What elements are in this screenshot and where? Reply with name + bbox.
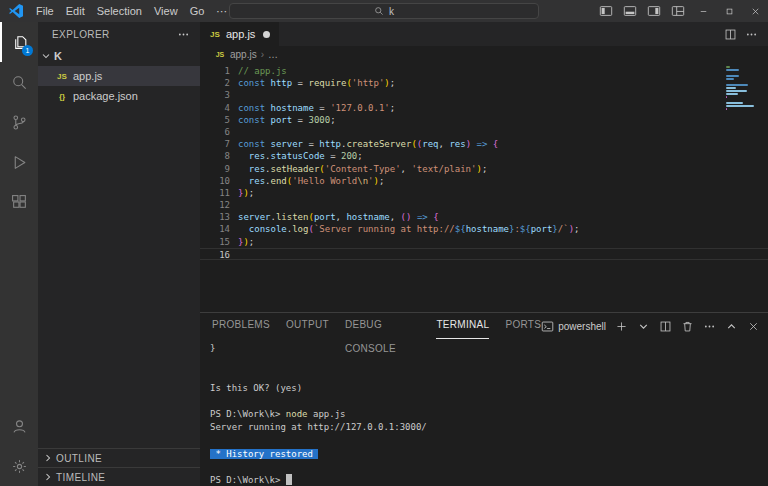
code-line[interactable]: 9 res.setHeader('Content-Type', 'text/pl… bbox=[200, 163, 768, 175]
code-editor[interactable]: 1// app.js2const http = require('http');… bbox=[200, 62, 768, 312]
terminal-line: } bbox=[210, 342, 768, 355]
activity-extensions[interactable] bbox=[0, 182, 38, 222]
search-icon bbox=[374, 6, 384, 16]
line-text: server.listen(port, hostname, () => { bbox=[238, 211, 439, 223]
code-line[interactable]: 2const http = require('http'); bbox=[200, 77, 768, 89]
terminal-line bbox=[210, 395, 768, 408]
terminal[interactable]: }Is this OK? (yes)PS D:\Work\k> node app… bbox=[200, 339, 768, 486]
menu-selection[interactable]: Selection bbox=[91, 0, 148, 22]
search-icon bbox=[11, 74, 28, 91]
file-label: app.js bbox=[73, 70, 102, 82]
menu-edit[interactable]: Edit bbox=[60, 0, 91, 22]
kill-terminal-icon[interactable] bbox=[681, 320, 694, 333]
editor-more-actions-icon[interactable] bbox=[745, 28, 758, 41]
maximize-button[interactable] bbox=[716, 0, 742, 22]
bottom-panel: PROBLEMS OUTPUT DEBUG CONSOLE TERMINAL P… bbox=[200, 312, 768, 486]
new-terminal-icon[interactable] bbox=[615, 320, 628, 333]
code-line[interactable]: 6 bbox=[200, 126, 768, 138]
line-text: res.statusCode = 200; bbox=[238, 150, 363, 162]
menu-file[interactable]: File bbox=[30, 0, 60, 22]
maximize-panel-icon[interactable] bbox=[725, 320, 738, 333]
chevron-down-icon bbox=[40, 50, 52, 62]
activity-explorer[interactable]: 1 bbox=[0, 22, 38, 62]
run-debug-icon bbox=[11, 154, 28, 171]
chevron-right-icon bbox=[42, 452, 54, 464]
line-text: }); bbox=[238, 236, 254, 248]
activity-source-control[interactable] bbox=[0, 102, 38, 142]
explorer-badge: 1 bbox=[22, 45, 33, 56]
line-number: 13 bbox=[200, 211, 230, 223]
tab-appjs[interactable]: JS app.js bbox=[200, 22, 279, 46]
line-number: 1 bbox=[200, 65, 230, 77]
code-line[interactable]: 1// app.js bbox=[200, 65, 768, 77]
activity-search[interactable] bbox=[0, 62, 38, 102]
code-line[interactable]: 12 bbox=[200, 199, 768, 211]
command-center-search[interactable]: k bbox=[229, 3, 539, 19]
tab-label: app.js bbox=[226, 28, 255, 40]
code-line[interactable]: 10 res.end('Hello World\n'); bbox=[200, 175, 768, 187]
terminal-icon bbox=[541, 320, 554, 333]
terminal-line bbox=[210, 355, 768, 368]
code-line[interactable]: 11}); bbox=[200, 187, 768, 199]
shell-selector[interactable]: powershell bbox=[541, 320, 606, 333]
code-line[interactable]: 16 bbox=[200, 248, 768, 260]
code-line[interactable]: 15}); bbox=[200, 236, 768, 248]
file-item-appjs[interactable]: JS app.js bbox=[38, 66, 200, 86]
sidebar-title: EXPLORER bbox=[52, 29, 110, 40]
modified-dot-icon[interactable] bbox=[263, 31, 270, 38]
close-panel-icon[interactable] bbox=[747, 320, 760, 333]
terminal-line: PS D:\Work\k> node app.js bbox=[210, 408, 768, 421]
tab-terminal[interactable]: TERMINAL bbox=[436, 313, 489, 339]
activity-run-debug[interactable] bbox=[0, 142, 38, 182]
breadcrumb[interactable]: JS app.js › … bbox=[200, 46, 768, 62]
activity-bar: 1 bbox=[0, 22, 38, 486]
line-text: }); bbox=[238, 187, 254, 199]
line-text: const server = http.createServer((req, r… bbox=[238, 138, 498, 150]
timeline-label: TIMELINE bbox=[56, 472, 105, 483]
line-number: 16 bbox=[200, 249, 230, 259]
code-line[interactable]: 5const port = 3000; bbox=[200, 114, 768, 126]
code-line[interactable]: 14 console.log(`Server running at http:/… bbox=[200, 223, 768, 235]
code-line[interactable]: 3 bbox=[200, 89, 768, 101]
terminal-line bbox=[210, 434, 768, 447]
line-text: res.setHeader('Content-Type', 'text/plai… bbox=[238, 163, 487, 175]
toggle-primary-sidebar-icon[interactable] bbox=[599, 4, 613, 18]
line-text: res.end('Hello World\n'); bbox=[238, 175, 384, 187]
toggle-panel-icon[interactable] bbox=[623, 4, 637, 18]
file-item-packagejson[interactable]: {} package.json bbox=[38, 86, 200, 106]
menu-go[interactable]: Go bbox=[184, 0, 211, 22]
folder-root[interactable]: K bbox=[38, 46, 200, 66]
split-editor-icon[interactable] bbox=[724, 28, 737, 41]
tab-ports[interactable]: PORTS bbox=[505, 313, 541, 339]
timeline-section[interactable]: TIMELINE bbox=[38, 467, 200, 486]
settings-button[interactable] bbox=[0, 446, 38, 486]
panel-more-actions-icon[interactable] bbox=[703, 320, 716, 333]
line-number: 10 bbox=[200, 175, 230, 187]
chevron-right-icon bbox=[42, 471, 54, 483]
code-line[interactable]: 8 res.statusCode = 200; bbox=[200, 150, 768, 162]
breadcrumb-file[interactable]: app.js bbox=[230, 49, 257, 60]
menu-view[interactable]: View bbox=[148, 0, 184, 22]
breadcrumb-symbol[interactable]: … bbox=[268, 49, 278, 60]
code-line[interactable]: 7const server = http.createServer((req, … bbox=[200, 138, 768, 150]
account-button[interactable] bbox=[0, 406, 38, 446]
toggle-secondary-sidebar-icon[interactable] bbox=[647, 4, 661, 18]
terminal-dropdown-icon[interactable] bbox=[637, 320, 650, 333]
terminal-line: Server running at http://127.0.0.1:3000/ bbox=[210, 421, 768, 434]
explorer-more-actions-icon[interactable] bbox=[177, 28, 190, 41]
file-label: package.json bbox=[73, 90, 138, 102]
outline-section[interactable]: OUTLINE bbox=[38, 448, 200, 467]
line-number: 15 bbox=[200, 236, 230, 248]
line-number: 11 bbox=[200, 187, 230, 199]
code-line[interactable]: 13server.listen(port, hostname, () => { bbox=[200, 211, 768, 223]
outline-label: OUTLINE bbox=[56, 453, 102, 464]
minimap[interactable] bbox=[726, 66, 758, 114]
tab-output[interactable]: OUTPUT bbox=[286, 313, 329, 339]
minimize-button[interactable] bbox=[690, 0, 716, 22]
tab-debug-console[interactable]: DEBUG CONSOLE bbox=[345, 313, 421, 339]
tab-problems[interactable]: PROBLEMS bbox=[212, 313, 270, 339]
customize-layout-icon[interactable] bbox=[671, 4, 685, 18]
split-terminal-icon[interactable] bbox=[659, 320, 672, 333]
close-button[interactable] bbox=[742, 0, 768, 22]
code-line[interactable]: 4const hostname = '127.0.0.1'; bbox=[200, 102, 768, 114]
